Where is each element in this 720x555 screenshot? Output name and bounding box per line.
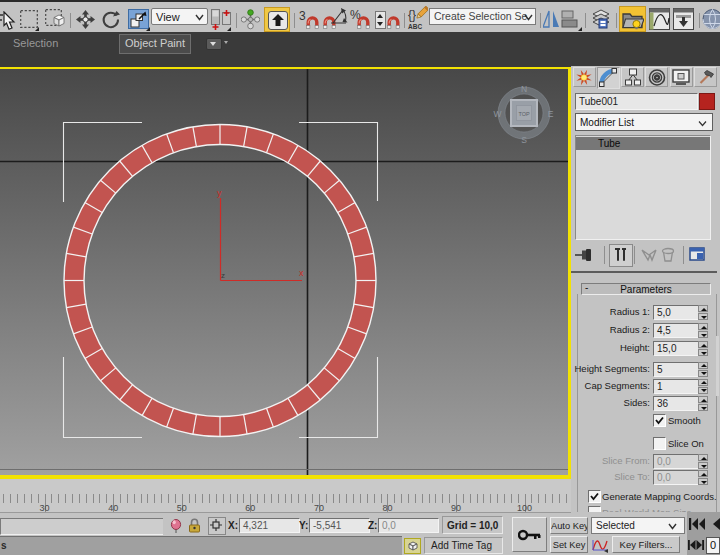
svg-text:y: y [217, 188, 222, 198]
svg-text:E: E [548, 109, 554, 119]
svg-text:TOP: TOP [518, 111, 530, 117]
svg-text:S: S [521, 135, 527, 145]
svg-text:N: N [521, 84, 527, 94]
svg-text:x: x [299, 268, 304, 278]
svg-text:z: z [221, 271, 225, 280]
svg-text:W: W [493, 109, 501, 119]
